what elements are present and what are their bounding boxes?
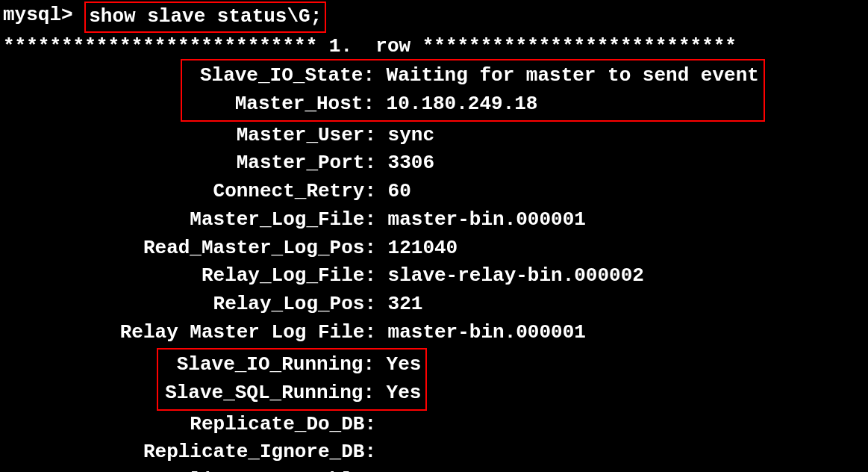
field-replicate-do-db: Replicate_Do_DB: (3, 411, 865, 439)
mysql-prompt: mysql> (3, 1, 84, 30)
master-user-value: sync (376, 122, 434, 150)
replicate-ignore-db-label: Replicate_Ignore_DB: (3, 438, 376, 467)
slave-io-state-label: Slave_IO_State: (187, 62, 375, 90)
replicate-do-db-label: Replicate_Do_DB: (3, 411, 376, 439)
row-header-left: *************************** 1. (3, 35, 352, 58)
master-host-label: Master_Host: (187, 90, 375, 119)
field-slave-io-state: Slave_IO_State: Waiting for master to se… (187, 62, 759, 90)
field-replicate-ignore-db: Replicate_Ignore_DB: (3, 438, 865, 467)
prompt-line: mysql> show slave status\G; (3, 1, 865, 33)
field-relay-log-pos: Relay_Log_Pos: 321 (3, 291, 865, 319)
slave-sql-running-label: Slave_SQL_Running: (163, 379, 375, 408)
field-read-master-log-pos: Read_Master_Log_Pos: 121040 (3, 235, 865, 263)
relay-log-file-value: slave-relay-bin.000002 (376, 262, 644, 291)
relay-log-file-label: Relay_Log_File: (3, 262, 376, 291)
field-master-host: Master_Host: 10.180.249.18 (187, 90, 759, 119)
master-port-value: 3306 (376, 149, 434, 178)
field-slave-sql-running: Slave_SQL_Running: Yes (163, 379, 421, 408)
command-text[interactable]: show slave status\G; (84, 1, 326, 33)
relay-log-pos-value: 321 (376, 291, 422, 319)
highlight-box-running: Slave_IO_Running: Yes Slave_SQL_Running:… (157, 348, 427, 410)
slave-io-state-value: Waiting for master to send event (375, 62, 759, 90)
relay-master-log-file-value: master-bin.000001 (376, 319, 586, 347)
field-replicate-do-table: Replicate_Do_Table: (3, 467, 865, 472)
relay-master-log-file-label: Relay Master Log File: (3, 319, 376, 347)
read-master-log-pos-label: Read_Master_Log_Pos: (3, 235, 376, 263)
field-relay-log-file: Relay_Log_File: slave-relay-bin.000002 (3, 262, 865, 291)
field-master-log-file: Master_Log_File: master-bin.000001 (3, 206, 865, 235)
field-relay-master-log-file: Relay Master Log File: master-bin.000001 (3, 319, 865, 347)
connect-retry-label: Connect_Retry: (3, 178, 376, 206)
master-log-file-value: master-bin.000001 (376, 206, 586, 235)
field-master-port: Master_Port: 3306 (3, 149, 865, 178)
slave-io-running-value: Yes (375, 351, 421, 379)
field-master-user: Master_User: sync (3, 122, 865, 150)
master-port-label: Master_Port: (3, 149, 376, 178)
master-host-value: 10.180.249.18 (375, 90, 537, 119)
row-header-mid: row (352, 35, 422, 58)
slave-sql-running-value: Yes (375, 379, 421, 408)
field-slave-io-running: Slave_IO_Running: Yes (163, 351, 421, 379)
master-log-file-label: Master_Log_File: (3, 206, 376, 235)
slave-io-running-label: Slave_IO_Running: (163, 351, 375, 379)
row-separator: *************************** 1. row *****… (3, 33, 865, 61)
field-connect-retry: Connect_Retry: 60 (3, 178, 865, 206)
highlight-box-state-host: Slave_IO_State: Waiting for master to se… (181, 59, 765, 121)
relay-log-pos-label: Relay_Log_Pos: (3, 291, 376, 319)
read-master-log-pos-value: 121040 (376, 235, 458, 263)
row-header-right: *************************** (422, 35, 737, 58)
replicate-do-table-label: Replicate_Do_Table: (3, 467, 376, 472)
connect-retry-value: 60 (376, 178, 411, 206)
master-user-label: Master_User: (3, 122, 376, 150)
